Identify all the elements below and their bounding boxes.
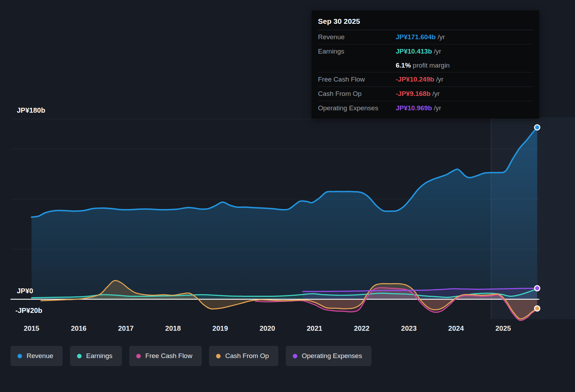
x-tick-label: 2018 xyxy=(165,324,181,332)
tooltip-row-free-cash-flow: Free Cash Flow -JP¥10.249b /yr xyxy=(318,72,533,87)
legend-label: Cash From Op xyxy=(225,352,269,360)
revenue-end-marker xyxy=(535,125,540,130)
tooltip-value: JP¥10.413b /yr xyxy=(396,47,441,56)
tooltip-value: -JP¥9.168b /yr xyxy=(396,90,440,98)
tooltip-value: JP¥171.604b /yr xyxy=(396,33,445,41)
x-tick-label: 2020 xyxy=(259,324,275,332)
x-tick-label: 2017 xyxy=(118,324,134,332)
stock-financials-chart-page: { "axes": { "y_top": "JP¥180b", "y_zero"… xyxy=(0,0,575,392)
legend-label: Earnings xyxy=(86,352,112,360)
tooltip-row-operating-expenses: Operating Expenses JP¥10.969b /yr xyxy=(318,101,533,115)
chart-legend: Revenue Earnings Free Cash Flow Cash Fro… xyxy=(11,346,372,366)
y-axis-label-top: JP¥180b xyxy=(17,106,45,114)
y-axis-label-zero: JP¥0 xyxy=(17,287,33,295)
tooltip-label: Operating Expenses xyxy=(318,104,396,112)
earnings-dot-icon xyxy=(77,354,82,358)
tooltip-label: Earnings xyxy=(318,47,396,56)
tooltip-row-earnings: Earnings JP¥10.413b /yr xyxy=(318,44,533,58)
x-tick-label: 2025 xyxy=(496,324,511,332)
operating-expenses-dot-icon xyxy=(293,354,297,358)
chart-tooltip: Sep 30 2025 Revenue JP¥171.604b /yr Earn… xyxy=(312,10,539,119)
x-tick-label: 2023 xyxy=(401,324,417,332)
legend-item-revenue[interactable]: Revenue xyxy=(11,346,63,366)
tooltip-row-cash-from-op: Cash From Op -JP¥9.168b /yr xyxy=(318,87,533,101)
revenue-dot-icon xyxy=(18,354,22,358)
legend-label: Free Cash Flow xyxy=(145,352,192,360)
tooltip-value: 6.1% profit margin xyxy=(396,61,450,70)
tooltip-value: -JP¥10.249b /yr xyxy=(396,75,443,84)
tooltip-value: JP¥10.969b /yr xyxy=(396,104,441,112)
x-tick-label: 2015 xyxy=(24,324,40,332)
x-tick-label: 2019 xyxy=(213,324,228,332)
operating-expenses-end-marker xyxy=(535,286,540,291)
legend-item-earnings[interactable]: Earnings xyxy=(70,346,122,366)
x-tick-label: 2016 xyxy=(71,324,86,332)
legend-item-cash-from-op[interactable]: Cash From Op xyxy=(209,346,278,366)
tooltip-row-revenue: Revenue JP¥171.604b /yr xyxy=(318,30,533,44)
cash-from-op-dot-icon xyxy=(216,354,221,358)
free-cash-flow-dot-icon xyxy=(136,354,141,358)
y-axis-label-negative: -JP¥20b xyxy=(15,307,42,315)
tooltip-row-profit-margin: 6.1% profit margin xyxy=(318,58,533,73)
tooltip-date: Sep 30 2025 xyxy=(318,13,533,30)
legend-label: Revenue xyxy=(27,352,53,360)
x-tick-label: 2024 xyxy=(448,324,464,332)
revenue-area xyxy=(32,127,537,299)
x-tick-label: 2021 xyxy=(307,324,323,332)
legend-label: Operating Expenses xyxy=(302,352,362,360)
cash-from-op-end-marker xyxy=(535,306,540,311)
legend-item-free-cash-flow[interactable]: Free Cash Flow xyxy=(129,346,202,366)
tooltip-label: Free Cash Flow xyxy=(318,75,396,84)
tooltip-label: Cash From Op xyxy=(318,90,396,98)
tooltip-label: Revenue xyxy=(318,33,396,41)
x-tick-label: 2022 xyxy=(354,324,370,332)
legend-item-operating-expenses[interactable]: Operating Expenses xyxy=(286,346,372,366)
